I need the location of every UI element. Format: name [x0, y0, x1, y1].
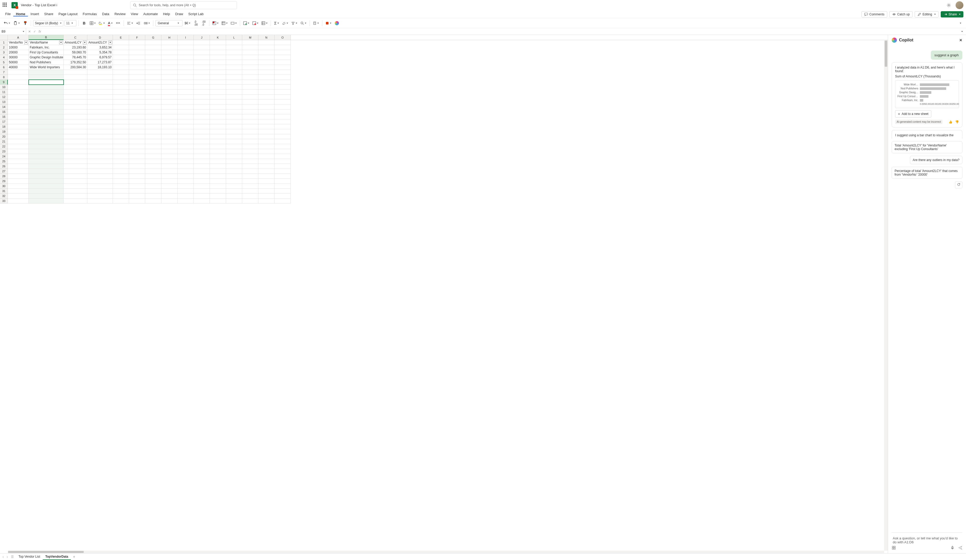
cell-E6[interactable]: [113, 65, 129, 70]
sort-filter-button[interactable]: [290, 20, 298, 26]
cell-C3[interactable]: 59,060.70: [64, 50, 87, 55]
cell-G5[interactable]: [145, 60, 161, 65]
cell-J8[interactable]: [194, 75, 210, 80]
cell-I8[interactable]: [177, 75, 194, 80]
name-box[interactable]: B9: [0, 28, 26, 34]
cell-L29[interactable]: [226, 179, 242, 184]
ribbon-tab-share[interactable]: Share: [42, 12, 56, 16]
cell-J28[interactable]: [194, 174, 210, 179]
cell-J5[interactable]: [194, 60, 210, 65]
cell-H27[interactable]: [161, 169, 177, 174]
cell-M12[interactable]: [242, 95, 258, 100]
cell-K25[interactable]: [210, 159, 226, 164]
cell-L7[interactable]: [226, 70, 242, 75]
cell-H10[interactable]: [161, 85, 177, 90]
cell-A33[interactable]: [8, 198, 29, 203]
cell-M3[interactable]: [242, 50, 258, 55]
font-family-select[interactable]: Segoe UI (Body): [33, 20, 63, 26]
cell-H7[interactable]: [161, 70, 177, 75]
cell-B23[interactable]: [29, 149, 64, 154]
sensitivity-button[interactable]: [312, 20, 320, 26]
cell-B18[interactable]: [29, 124, 64, 129]
cell-N13[interactable]: [258, 100, 274, 105]
cell-M23[interactable]: [242, 149, 258, 154]
cell-F3[interactable]: [129, 50, 145, 55]
regenerate-button[interactable]: [955, 182, 962, 188]
cell-D21[interactable]: [87, 139, 113, 144]
cell-B3[interactable]: First Up Consultants: [29, 50, 64, 55]
cell-G28[interactable]: [145, 174, 161, 179]
cell-G17[interactable]: [145, 120, 161, 124]
cell-D6[interactable]: 18,193.10: [87, 65, 113, 70]
cell-O30[interactable]: [274, 184, 291, 189]
cell-C17[interactable]: [64, 120, 87, 124]
settings-gear-icon[interactable]: [947, 3, 951, 7]
cell-L4[interactable]: [226, 55, 242, 60]
cell-I11[interactable]: [177, 90, 194, 95]
cell-E23[interactable]: [113, 149, 129, 154]
autosum-button[interactable]: Σ: [273, 20, 280, 26]
cell-E12[interactable]: [113, 95, 129, 100]
column-header-G[interactable]: G: [145, 35, 161, 40]
row-header-11[interactable]: 11: [0, 90, 8, 95]
cell-C1[interactable]: AmountLCY: [64, 40, 87, 45]
cell-M27[interactable]: [242, 169, 258, 174]
cell-A11[interactable]: [8, 90, 29, 95]
cell-M16[interactable]: [242, 115, 258, 120]
cell-L33[interactable]: [226, 198, 242, 203]
cell-I18[interactable]: [177, 124, 194, 129]
cell-B14[interactable]: [29, 105, 64, 110]
cell-A6[interactable]: 40000: [8, 65, 29, 70]
column-header-H[interactable]: H: [161, 35, 177, 40]
ribbon-tab-page-layout[interactable]: Page Layout: [56, 12, 80, 16]
cell-C15[interactable]: [64, 110, 87, 115]
cell-I27[interactable]: [177, 169, 194, 174]
cell-C11[interactable]: [64, 90, 87, 95]
find-button[interactable]: [299, 20, 307, 26]
ribbon-tab-review[interactable]: Review: [112, 12, 128, 16]
fx-icon[interactable]: fx: [39, 30, 41, 33]
cell-K22[interactable]: [210, 144, 226, 149]
cell-O25[interactable]: [274, 159, 291, 164]
row-header-15[interactable]: 15: [0, 110, 8, 115]
cell-A9[interactable]: [8, 80, 29, 85]
cell-D23[interactable]: [87, 149, 113, 154]
catch-up-button[interactable]: Catch up: [889, 11, 913, 18]
suggestion-1[interactable]: Total 'Amount2LCY' for 'VendorName' excl…: [892, 141, 962, 153]
cell-J29[interactable]: [194, 179, 210, 184]
cell-B29[interactable]: [29, 179, 64, 184]
cell-G14[interactable]: [145, 105, 161, 110]
cell-C12[interactable]: [64, 95, 87, 100]
cell-H30[interactable]: [161, 184, 177, 189]
cell-K20[interactable]: [210, 134, 226, 139]
cell-D1[interactable]: Amount2LCY: [87, 40, 113, 45]
cell-A16[interactable]: [8, 115, 29, 120]
column-header-D[interactable]: D: [87, 35, 113, 40]
cell-O12[interactable]: [274, 95, 291, 100]
cell-L22[interactable]: [226, 144, 242, 149]
cell-O9[interactable]: [274, 80, 291, 85]
cell-F1[interactable]: [129, 40, 145, 45]
cell-M2[interactable]: [242, 45, 258, 50]
cell-O33[interactable]: [274, 198, 291, 203]
cell-A8[interactable]: [8, 75, 29, 80]
cell-K21[interactable]: [210, 139, 226, 144]
cell-J3[interactable]: [194, 50, 210, 55]
cell-J19[interactable]: [194, 129, 210, 134]
cell-N1[interactable]: [258, 40, 274, 45]
cell-H13[interactable]: [161, 100, 177, 105]
cell-G3[interactable]: [145, 50, 161, 55]
cell-C10[interactable]: [64, 85, 87, 90]
cell-L19[interactable]: [226, 129, 242, 134]
cell-B19[interactable]: [29, 129, 64, 134]
cell-F28[interactable]: [129, 174, 145, 179]
cell-O13[interactable]: [274, 100, 291, 105]
cell-E4[interactable]: [113, 55, 129, 60]
share-button[interactable]: Share: [941, 11, 963, 18]
row-header-32[interactable]: 32: [0, 193, 8, 198]
cell-A5[interactable]: 50000: [8, 60, 29, 65]
cell-F21[interactable]: [129, 139, 145, 144]
cell-J11[interactable]: [194, 90, 210, 95]
cell-J32[interactable]: [194, 193, 210, 198]
row-header-20[interactable]: 20: [0, 134, 8, 139]
